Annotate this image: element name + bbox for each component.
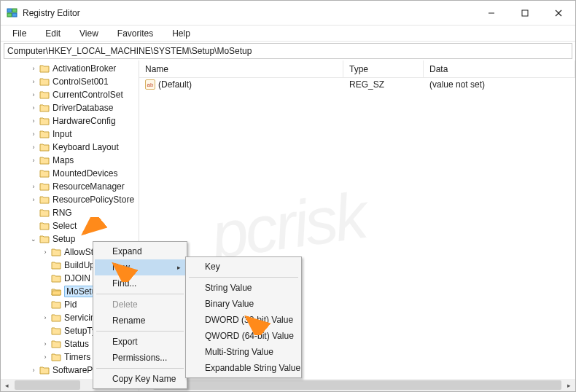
menubar: File Edit View Favorites Help — [1, 26, 575, 42]
titlebar: Registry Editor — [1, 1, 575, 26]
separator — [96, 331, 184, 332]
svg-rect-5 — [522, 10, 528, 16]
folder-open-icon — [50, 286, 62, 297]
svg-rect-1 — [12, 9, 17, 12]
svg-rect-2 — [7, 13, 12, 17]
folder-icon — [39, 77, 50, 87]
tree-item-controlset001[interactable]: ›ControlSet001 — [1, 75, 139, 88]
context-menu-item-delete[interactable]: Delete — [95, 297, 185, 313]
value-row-default[interactable]: ab (Default) REG_SZ (value not set) — [139, 78, 575, 91]
svg-rect-3 — [12, 13, 17, 17]
folder-icon — [50, 313, 62, 323]
tree-item-driverdatabase[interactable]: ›DriverDatabase — [1, 101, 139, 114]
menu-edit[interactable]: Edit — [36, 27, 69, 40]
svg-rect-0 — [7, 9, 12, 12]
submenu-item-qword-value[interactable]: QWORD (64-bit) Value — [187, 328, 300, 344]
tree-item-resourcemanager[interactable]: ›ResourceManager — [1, 180, 139, 193]
submenu-item-dword-value[interactable]: DWORD (32-bit) Value — [187, 312, 300, 328]
column-header-data[interactable]: Data — [424, 60, 575, 77]
chevron-right-icon: ▸ — [177, 264, 181, 271]
tree-item-resourcepolicystore[interactable]: ›ResourcePolicyStore — [1, 193, 139, 206]
separator — [189, 277, 298, 278]
registry-editor-window: Registry Editor File Edit View Favorites… — [0, 0, 576, 392]
submenu-item-string-value[interactable]: String Value — [187, 280, 300, 296]
folder-icon — [39, 116, 50, 126]
folder-icon — [50, 352, 62, 362]
submenu-item-expandablestring-value[interactable]: Expandable String Value — [187, 360, 300, 376]
folder-icon — [39, 234, 50, 244]
folder-icon — [50, 260, 62, 270]
context-menu-item-find[interactable]: Find... — [95, 275, 185, 291]
scroll-left-icon[interactable]: ◂ — [1, 379, 13, 391]
tree-item-select[interactable]: Select — [1, 219, 139, 232]
folder-icon — [39, 155, 50, 165]
menu-help[interactable]: Help — [163, 27, 199, 40]
value-data: (value not set) — [424, 79, 575, 90]
address-bar[interactable]: Computer\HKEY_LOCAL_MACHINE\SYSTEM\Setup… — [4, 43, 572, 59]
scroll-right-icon[interactable]: ▸ — [563, 379, 575, 391]
maximize-button[interactable] — [508, 1, 542, 26]
scrollbar-thumb[interactable] — [15, 380, 80, 390]
folder-icon — [50, 247, 62, 257]
folder-icon — [50, 326, 62, 336]
chevron-down-icon[interactable]: ⌄ — [28, 235, 39, 243]
separator — [96, 294, 184, 294]
folder-icon — [39, 142, 50, 152]
menu-favorites[interactable]: Favorites — [109, 27, 162, 40]
submenu-item-binary-value[interactable]: Binary Value — [187, 296, 300, 312]
folder-icon — [39, 168, 50, 179]
minimize-button[interactable] — [475, 1, 508, 26]
folder-icon — [39, 208, 50, 218]
tree-item-mounteddevices[interactable]: MountedDevices — [1, 167, 139, 180]
value-name: (Default) — [158, 79, 192, 90]
folder-icon — [39, 129, 50, 139]
scrollbar-thumb[interactable] — [153, 380, 561, 390]
tree-item-activationbroker[interactable]: ›ActivationBroker — [1, 62, 139, 75]
context-menu-item-export[interactable]: Export — [95, 334, 185, 350]
context-menu-item-expand[interactable]: Expand — [95, 243, 185, 259]
folder-icon — [39, 90, 50, 100]
column-header-type[interactable]: Type — [343, 60, 424, 77]
folder-icon — [39, 221, 50, 231]
tree-item-rng[interactable]: RNG — [1, 206, 139, 219]
folder-icon — [39, 103, 50, 113]
string-value-icon: ab — [145, 79, 155, 90]
folder-icon — [50, 299, 62, 310]
context-menu-item-rename[interactable]: Rename — [95, 313, 185, 329]
tree-item-currentcontrolset[interactable]: ›CurrentControlSet — [1, 88, 139, 101]
window-controls — [475, 1, 575, 26]
value-type: REG_SZ — [343, 79, 424, 90]
folder-icon — [39, 181, 50, 192]
folder-icon — [50, 273, 62, 283]
context-submenu-new: Key String Value Binary Value DWORD (32-… — [185, 256, 302, 378]
context-menu-item-new[interactable]: New▸ — [95, 259, 185, 275]
menu-file[interactable]: File — [4, 27, 35, 40]
submenu-item-key[interactable]: Key — [187, 259, 300, 275]
folder-icon — [39, 195, 50, 205]
tree-item-hardwareconfig[interactable]: ›HardwareConfig — [1, 114, 139, 128]
tree-item-maps[interactable]: ›Maps — [1, 154, 139, 167]
context-menu: Expand New▸ Find... Delete Rename Export… — [93, 241, 187, 389]
address-path: Computer\HKEY_LOCAL_MACHINE\SYSTEM\Setup… — [7, 46, 252, 56]
context-menu-item-permissions[interactable]: Permissions... — [95, 350, 185, 366]
app-icon — [7, 7, 18, 19]
tree-item-input[interactable]: ›Input — [1, 128, 139, 141]
folder-icon — [39, 63, 50, 74]
separator — [96, 368, 184, 369]
close-button[interactable] — [542, 1, 575, 26]
submenu-item-multistring-value[interactable]: Multi-String Value — [187, 344, 300, 360]
folder-icon — [50, 339, 62, 349]
tree-item-keyboard-layout[interactable]: ›Keyboard Layout — [1, 141, 139, 154]
content-area: pcrisk ›ActivationBroker ›ControlSet001 … — [1, 60, 575, 391]
context-menu-item-copy-key-name[interactable]: Copy Key Name — [95, 371, 185, 387]
values-horizontal-scrollbar[interactable]: ◂ ▸ — [139, 379, 575, 391]
values-header: Name Type Data — [139, 60, 575, 78]
window-title: Registry Editor — [23, 8, 475, 18]
menu-view[interactable]: View — [71, 27, 107, 40]
folder-icon — [39, 365, 50, 375]
column-header-name[interactable]: Name — [139, 60, 343, 77]
